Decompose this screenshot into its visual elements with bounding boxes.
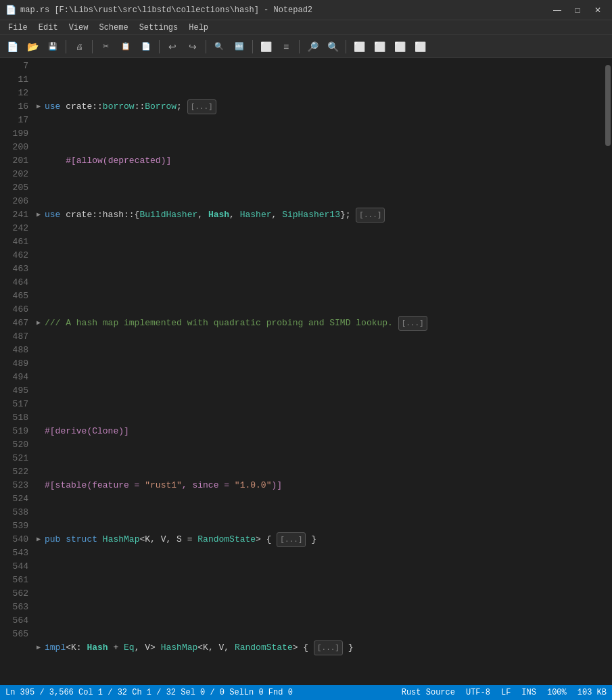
fold-7[interactable]: ▶ <box>34 102 43 112</box>
fold-206[interactable]: ▶ <box>34 643 43 653</box>
fold-17[interactable]: ▶ <box>34 319 43 328</box>
code-line: #[allow(deprecated)] <box>34 154 604 168</box>
close-button[interactable]: ✕ <box>589 3 607 17</box>
status-insertmode: INS <box>521 688 536 697</box>
scrollbar[interactable] <box>604 58 612 685</box>
tb-view3[interactable]: ⬜ <box>390 38 409 55</box>
tb-view4[interactable]: ⬜ <box>410 38 429 55</box>
menu-scheme[interactable]: Scheme <box>93 22 133 34</box>
status-position: Ln 395 / 3,566 Col 1 / 32 Ch 1 / 32 Sel … <box>5 688 293 697</box>
code-line <box>34 262 604 276</box>
code-line: ▶pub struct HashMap<K, V, S = RandomStat… <box>34 533 604 546</box>
code-line: ▶use crate::borrow::Borrow; [...] <box>34 100 604 114</box>
app-icon: 📄 <box>5 5 16 16</box>
tb-view2[interactable]: ⬜ <box>370 38 389 55</box>
tb-cut[interactable]: ✂ <box>96 38 115 55</box>
status-filetype: Rust Source <box>402 688 455 697</box>
status-zoom: 100% <box>547 688 567 697</box>
code-content[interactable]: ▶use crate::borrow::Borrow; [...] #[allo… <box>34 58 604 685</box>
menu-view[interactable]: View <box>64 22 94 34</box>
code-line: ▶use crate::hash::{BuildHasher, Hash, Ha… <box>34 208 604 222</box>
code-line: ▶impl<K: Hash + Eq, V> HashMap<K, V, Ran… <box>34 641 604 655</box>
maximize-button[interactable]: □ <box>569 3 586 17</box>
minimize-button[interactable]: — <box>548 3 566 17</box>
tb-view1[interactable]: ⬜ <box>350 38 369 55</box>
tb-print[interactable]: 🖨 <box>70 38 89 55</box>
tb-undo[interactable]: ↩ <box>163 38 182 55</box>
scrollbar-thumb[interactable] <box>605 65 611 146</box>
status-bar: Ln 395 / 3,566 Col 1 / 32 Ch 1 / 32 Sel … <box>0 685 612 700</box>
code-line: ▶/// A hash map implemented with quadrat… <box>34 317 604 330</box>
menu-settings[interactable]: Settings <box>134 22 184 34</box>
tb-find[interactable]: 🔍 <box>210 38 229 55</box>
code-line <box>34 587 604 601</box>
fold-12[interactable]: ▶ <box>34 210 43 220</box>
status-lineending: LF <box>501 688 511 697</box>
window-title: map.rs [F:\Libs\rust\src\libstd\collecti… <box>20 5 312 15</box>
fold-202[interactable]: ▶ <box>34 535 43 544</box>
tb-paste[interactable]: 📄 <box>137 38 156 55</box>
title-bar: 📄 map.rs [F:\Libs\rust\src\libstd\collec… <box>0 0 612 20</box>
menu-edit[interactable]: Edit <box>33 22 64 34</box>
tb-wrap[interactable]: ⬜ <box>256 38 275 55</box>
status-encoding: UTF-8 <box>466 688 490 697</box>
line-numbers: 7 11 12 16 17 199 200 201 202 205 206 24… <box>0 58 34 685</box>
tb-replace[interactable]: 🔤 <box>230 38 249 55</box>
editor-container: 7 11 12 16 17 199 200 201 202 205 206 24… <box>0 58 612 685</box>
code-line: #[stable(feature = "rust1", since = "1.0… <box>34 479 604 492</box>
toolbar: 📄 📂 💾 🖨 ✂ 📋 📄 ↩ ↪ 🔍 🔤 ⬜ ≡ 🔎 🔍 ⬜ ⬜ ⬜ ⬜ <box>0 35 612 58</box>
status-filesize: 103 KB <box>578 688 607 697</box>
tb-save[interactable]: 💾 <box>43 38 62 55</box>
tb-zoom-out[interactable]: 🔍 <box>323 38 342 55</box>
code-line: #[derive(Clone)] <box>34 425 604 438</box>
tb-copy[interactable]: 📋 <box>116 38 135 55</box>
tb-open[interactable]: 📂 <box>23 38 42 55</box>
tb-redo[interactable]: ↪ <box>183 38 202 55</box>
code-area[interactable]: 7 11 12 16 17 199 200 201 202 205 206 24… <box>0 58 604 685</box>
code-line <box>34 371 604 384</box>
tb-new[interactable]: 📄 <box>3 38 22 55</box>
tb-zoom-in[interactable]: 🔎 <box>303 38 322 55</box>
menu-bar: File Edit View Scheme Settings Help <box>0 20 612 35</box>
tb-list[interactable]: ≡ <box>277 38 296 55</box>
menu-help[interactable]: Help <box>183 22 214 34</box>
menu-file[interactable]: File <box>3 22 33 34</box>
